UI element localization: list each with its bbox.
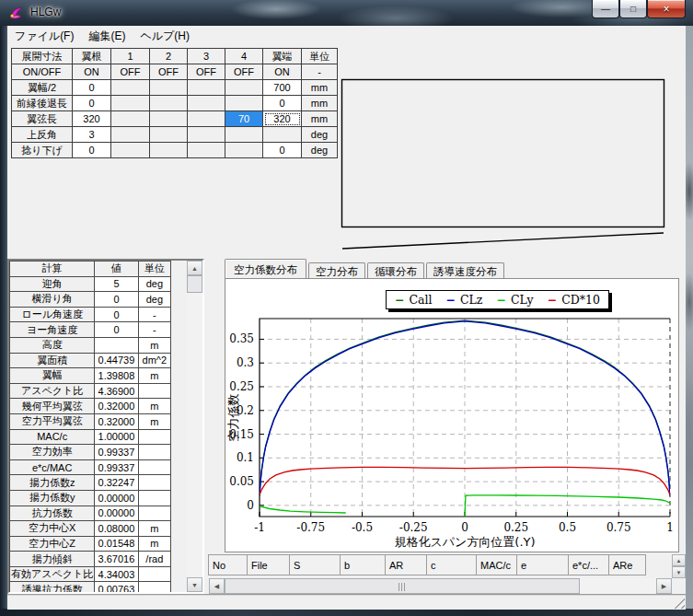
result-header-cell[interactable]: MAC/c — [476, 554, 517, 575]
calc-table-viewport: 計算値単位迎角5deg横滑り角0degロール角速度0-ヨー角速度0-高度m翼面積… — [9, 261, 171, 592]
calc-value[interactable]: 0.01548 — [95, 536, 138, 552]
menu-item-edit[interactable]: 編集(E) — [81, 26, 133, 47]
calc-value[interactable]: 0.32000 — [95, 399, 138, 414]
calc-value[interactable]: 0.44739 — [95, 353, 138, 368]
tab-4[interactable]: 誘導速度分布 — [426, 262, 504, 278]
calc-value[interactable]: 3.67016 — [95, 552, 138, 567]
calc-unit: m — [138, 337, 170, 353]
param-cell[interactable] — [188, 143, 225, 158]
param-cell[interactable] — [150, 96, 188, 111]
result-header-cell[interactable]: ARe — [608, 554, 646, 575]
calc-value[interactable]: 0.08000 — [95, 521, 138, 537]
spin-down-button[interactable]: ▼ — [672, 566, 686, 578]
param-cell[interactable]: 0 — [73, 96, 111, 111]
scroll-thumb[interactable] — [187, 275, 202, 293]
param-cell[interactable] — [111, 143, 150, 158]
resize-grip[interactable] — [674, 598, 685, 609]
title-bar[interactable]: HLGw — □ × — [0, 0, 693, 27]
calc-vertical-scrollbar[interactable]: ▲ ▼ — [187, 261, 202, 592]
param-cell[interactable]: 0 — [73, 143, 111, 158]
wing-planform-outline — [342, 80, 664, 227]
param-cell[interactable]: 320 — [263, 111, 302, 127]
param-cell[interactable] — [111, 96, 150, 111]
result-header-cell[interactable]: AR — [385, 554, 427, 575]
tab-2[interactable]: 空力分布 — [308, 262, 365, 278]
svg-text:0.5: 0.5 — [559, 521, 576, 534]
param-cell[interactable] — [150, 111, 188, 127]
tab-1[interactable]: 空力係数分布 — [225, 259, 306, 278]
result-header-cell[interactable]: e*c/... — [568, 554, 609, 575]
result-header-cell[interactable]: e — [516, 554, 569, 575]
scroll-down-button[interactable]: ▼ — [187, 577, 202, 592]
tab-3[interactable]: 循環分布 — [367, 262, 424, 278]
calc-value[interactable]: 0.32247 — [95, 475, 138, 491]
param-cell[interactable]: OFF — [188, 64, 225, 80]
param-unit: mm — [302, 96, 338, 111]
calc-value[interactable]: 0.00763 — [95, 582, 138, 592]
param-cell[interactable]: 320 — [73, 111, 111, 127]
menu-item-file[interactable]: ファイル(F) — [7, 26, 81, 47]
param-cell[interactable] — [188, 96, 225, 111]
param-cell[interactable] — [150, 143, 188, 158]
calc-value[interactable] — [95, 337, 138, 353]
param-cell[interactable]: OFF — [225, 64, 263, 80]
calc-value[interactable]: 0.99337 — [95, 459, 138, 475]
spin-up-button[interactable]: ▲ — [672, 554, 686, 566]
param-cell[interactable] — [263, 127, 302, 143]
calc-value[interactable]: 4.34003 — [95, 566, 138, 582]
param-cell[interactable] — [188, 111, 225, 127]
param-cell[interactable] — [225, 80, 263, 96]
param-cell[interactable] — [111, 127, 150, 143]
param-row-label: 上反角 — [12, 127, 73, 143]
minimize-button[interactable]: — — [592, 0, 619, 18]
calc-value[interactable]: 4.36900 — [95, 383, 138, 399]
param-cell[interactable]: 0 — [263, 143, 302, 158]
close-button[interactable]: × — [647, 0, 686, 18]
scroll-right-button[interactable]: ▶ — [656, 578, 672, 594]
param-cell[interactable]: 70 — [225, 111, 263, 127]
param-cell[interactable]: 3 — [73, 127, 111, 143]
calc-row-label: 揚力係数z — [10, 475, 95, 491]
calc-value[interactable]: 0.99337 — [95, 445, 138, 460]
calc-value[interactable]: 0 — [95, 322, 138, 338]
param-cell[interactable] — [188, 80, 225, 96]
param-cell[interactable] — [111, 80, 150, 96]
result-header-cell[interactable]: S — [289, 554, 341, 575]
param-cell[interactable] — [111, 111, 150, 127]
scroll-left-button[interactable]: ◀ — [209, 578, 225, 594]
param-cell[interactable] — [150, 127, 188, 143]
param-cell[interactable] — [188, 127, 225, 143]
calc-value[interactable]: 1.00000 — [95, 429, 138, 445]
param-cell[interactable] — [150, 80, 188, 96]
menu-item-help[interactable]: ヘルプ(H) — [133, 26, 197, 47]
param-cell[interactable]: 700 — [263, 80, 302, 96]
calc-value[interactable]: 1.39808 — [95, 368, 138, 384]
param-cell[interactable]: OFF — [111, 64, 150, 80]
param-cell[interactable]: 0 — [263, 96, 302, 111]
param-cell[interactable]: 0 — [73, 80, 111, 96]
result-header-cell[interactable]: b — [340, 554, 386, 575]
calc-header: 計算 — [10, 262, 95, 277]
series-CLy — [260, 495, 670, 517]
param-cell[interactable] — [225, 143, 263, 158]
scroll-up-button[interactable]: ▲ — [187, 261, 202, 275]
result-horizontal-scrollbar[interactable]: ◀ ▶ — [209, 578, 672, 594]
scroll-thumb[interactable] — [225, 578, 580, 594]
result-header-cell[interactable]: c — [426, 554, 477, 575]
legend-dash-icon: − — [395, 293, 404, 307]
param-cell[interactable]: ON — [263, 64, 302, 80]
result-header-cell[interactable]: No — [208, 554, 248, 575]
calc-value[interactable]: 5 — [95, 276, 138, 292]
calc-value[interactable]: 0 — [95, 307, 138, 322]
calc-value[interactable]: 0.00000 — [95, 506, 138, 521]
calc-value[interactable]: 0.32000 — [95, 413, 138, 429]
param-cell[interactable]: OFF — [150, 64, 188, 80]
calc-value[interactable]: 0.00000 — [95, 490, 138, 506]
param-cell[interactable] — [225, 127, 263, 143]
maximize-button[interactable]: □ — [619, 0, 647, 18]
result-header-cell[interactable]: File — [247, 554, 290, 575]
param-cell[interactable] — [225, 96, 263, 111]
calc-unit: m — [138, 368, 170, 384]
calc-value[interactable]: 0 — [95, 292, 138, 308]
param-cell[interactable]: ON — [73, 64, 111, 80]
